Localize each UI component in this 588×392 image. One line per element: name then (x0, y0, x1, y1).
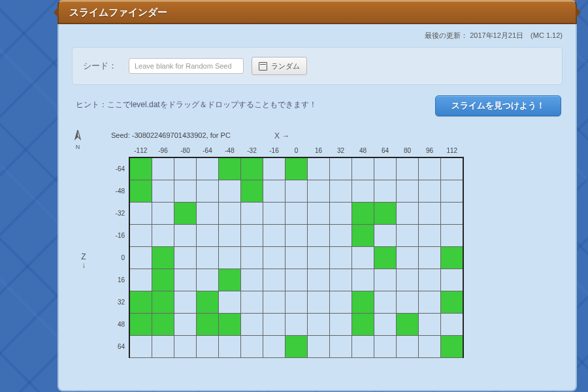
chunk-cell[interactable] (286, 336, 308, 358)
chunk-cell[interactable] (197, 203, 219, 225)
chunk-cell[interactable] (152, 269, 174, 291)
chunk-cell[interactable] (219, 247, 241, 269)
chunk-cell[interactable] (419, 203, 441, 225)
chunk-cell[interactable] (352, 314, 374, 336)
chunk-cell[interactable] (374, 247, 397, 269)
chunk-cell[interactable] (441, 225, 464, 247)
chunk-cell[interactable] (308, 157, 330, 180)
chunk-cell[interactable] (352, 269, 374, 291)
chunk-cell[interactable] (197, 225, 219, 247)
chunk-cell[interactable] (263, 314, 286, 336)
chunk-cell[interactable] (197, 247, 219, 269)
chunk-cell[interactable] (152, 291, 174, 314)
chunk-cell[interactable] (352, 291, 374, 314)
chunk-cell[interactable] (397, 291, 419, 314)
chunk-cell[interactable] (174, 336, 197, 358)
chunk-cell[interactable] (219, 314, 241, 336)
chunk-cell[interactable] (197, 180, 219, 203)
chunk-cell[interactable] (129, 269, 152, 291)
chunk-cell[interactable] (219, 180, 241, 203)
chunk-cell[interactable] (152, 247, 174, 269)
chunk-cell[interactable] (286, 314, 308, 336)
chunk-cell[interactable] (219, 203, 241, 225)
chunk-cell[interactable] (263, 180, 286, 203)
chunk-cell[interactable] (174, 225, 197, 247)
chunk-cell[interactable] (263, 247, 286, 269)
chunk-cell[interactable] (308, 336, 330, 358)
chunk-cell[interactable] (152, 314, 174, 336)
chunk-cell[interactable] (152, 225, 174, 247)
chunk-cell[interactable] (419, 269, 441, 291)
chunk-cell[interactable] (419, 336, 441, 358)
chunk-cell[interactable] (129, 247, 152, 269)
chunk-cell[interactable] (129, 291, 152, 314)
chunk-cell[interactable] (352, 225, 374, 247)
chunk-cell[interactable] (174, 203, 197, 225)
chunk-cell[interactable] (286, 225, 308, 247)
chunk-cell[interactable] (308, 247, 330, 269)
chunk-cell[interactable] (397, 180, 419, 203)
chunk-cell[interactable] (374, 157, 397, 180)
chunk-cell[interactable] (241, 269, 263, 291)
chunk-cell[interactable] (419, 180, 441, 203)
chunk-cell[interactable] (441, 203, 464, 225)
chunk-cell[interactable] (129, 225, 152, 247)
chunk-cell[interactable] (330, 314, 352, 336)
chunk-cell[interactable] (241, 247, 263, 269)
chunk-cell[interactable] (197, 157, 219, 180)
chunk-cell[interactable] (352, 247, 374, 269)
chunk-cell[interactable] (129, 180, 152, 203)
random-button[interactable]: ランダム (252, 57, 307, 75)
chunk-cell[interactable] (219, 157, 241, 180)
chunk-cell[interactable] (308, 314, 330, 336)
chunk-cell[interactable] (286, 247, 308, 269)
chunk-cell[interactable] (308, 225, 330, 247)
chunk-cell[interactable] (308, 180, 330, 203)
chunk-cell[interactable] (441, 157, 464, 180)
chunk-cell[interactable] (129, 157, 152, 180)
chunk-cell[interactable] (129, 314, 152, 336)
chunk-cell[interactable] (174, 314, 197, 336)
chunk-cell[interactable] (419, 225, 441, 247)
chunk-cell[interactable] (263, 203, 286, 225)
chunk-cell[interactable] (330, 203, 352, 225)
chunk-cell[interactable] (397, 225, 419, 247)
chunk-cell[interactable] (241, 336, 263, 358)
chunk-cell[interactable] (263, 336, 286, 358)
chunk-cell[interactable] (308, 291, 330, 314)
chunk-cell[interactable] (441, 269, 464, 291)
chunk-cell[interactable] (286, 269, 308, 291)
chunk-cell[interactable] (197, 269, 219, 291)
chunk-cell[interactable] (219, 269, 241, 291)
chunk-cell[interactable] (441, 291, 464, 314)
chunk-cell[interactable] (286, 180, 308, 203)
chunk-cell[interactable] (419, 157, 441, 180)
chunk-cell[interactable] (330, 157, 352, 180)
chunk-cell[interactable] (219, 336, 241, 358)
chunk-cell[interactable] (308, 269, 330, 291)
chunk-cell[interactable] (241, 225, 263, 247)
chunk-cell[interactable] (219, 291, 241, 314)
chunk-grid[interactable]: -112-96-80-64-48-32-160163248648096112-6… (111, 144, 464, 358)
chunk-cell[interactable] (330, 180, 352, 203)
chunk-cell[interactable] (374, 291, 397, 314)
chunk-cell[interactable] (352, 336, 374, 358)
chunk-cell[interactable] (352, 157, 374, 180)
chunk-cell[interactable] (174, 157, 197, 180)
chunk-cell[interactable] (241, 157, 263, 180)
chunk-cell[interactable] (197, 291, 219, 314)
chunk-cell[interactable] (152, 180, 174, 203)
chunk-cell[interactable] (174, 269, 197, 291)
chunk-cell[interactable] (441, 314, 464, 336)
chunk-cell[interactable] (397, 314, 419, 336)
chunk-cell[interactable] (374, 314, 397, 336)
chunk-cell[interactable] (397, 269, 419, 291)
chunk-cell[interactable] (286, 291, 308, 314)
chunk-cell[interactable] (397, 247, 419, 269)
chunk-cell[interactable] (174, 247, 197, 269)
chunk-cell[interactable] (441, 180, 464, 203)
chunk-cell[interactable] (419, 247, 441, 269)
chunk-cell[interactable] (330, 247, 352, 269)
chunk-cell[interactable] (352, 180, 374, 203)
chunk-cell[interactable] (197, 336, 219, 358)
